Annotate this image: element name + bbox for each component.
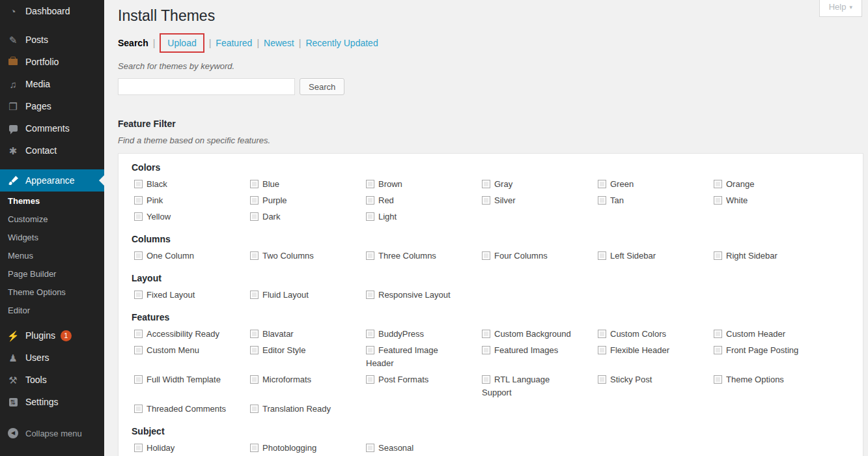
checkbox[interactable] (714, 251, 722, 260)
sidebar-item-users[interactable]: ♟Users (0, 347, 104, 369)
checkbox[interactable] (598, 180, 606, 188)
checkbox[interactable] (250, 375, 259, 384)
sidebar-item-pages[interactable]: ❐Pages (0, 95, 104, 117)
help-tab[interactable]: Help ▾ (819, 0, 862, 17)
submenu-item-customize[interactable]: Customize (0, 210, 104, 228)
filter-option-seasonal[interactable]: Seasonal (366, 442, 458, 455)
filter-option-microformats[interactable]: Microformats (250, 373, 343, 399)
filter-option-front-page-posting[interactable]: Front Page Posting (714, 344, 806, 370)
checkbox[interactable] (366, 251, 374, 260)
checkbox[interactable] (482, 346, 490, 354)
filter-option-silver[interactable]: Silver (482, 194, 574, 207)
checkbox[interactable] (598, 330, 606, 338)
filter-option-two-columns[interactable]: Two Columns (250, 249, 343, 263)
checkbox[interactable] (366, 180, 374, 188)
filter-option-theme-options[interactable]: Theme Options (714, 373, 806, 399)
sidebar-item-media[interactable]: ♫Media (0, 73, 104, 95)
filter-option-pink[interactable]: Pink (134, 194, 227, 207)
submenu-item-page-builder[interactable]: Page Builder (0, 264, 104, 283)
filter-option-responsive-layout[interactable]: Responsive Layout (366, 289, 458, 302)
tab-recently-updated[interactable]: Recently Updated (305, 38, 378, 48)
filter-option-three-columns[interactable]: Three Columns (366, 249, 458, 263)
filter-option-custom-background[interactable]: Custom Background (482, 328, 574, 341)
filter-option-custom-header[interactable]: Custom Header (714, 328, 806, 341)
checkbox[interactable] (714, 375, 722, 384)
checkbox[interactable] (482, 180, 490, 188)
checkbox[interactable] (714, 330, 722, 338)
checkbox[interactable] (482, 196, 490, 205)
checkbox[interactable] (134, 405, 143, 413)
checkbox[interactable] (598, 196, 606, 205)
filter-option-black[interactable]: Black (134, 178, 227, 191)
checkbox[interactable] (250, 405, 259, 413)
submenu-item-themes[interactable]: Themes (0, 192, 104, 210)
filter-option-blue[interactable]: Blue (250, 178, 343, 191)
submenu-item-theme-options[interactable]: Theme Options (0, 283, 104, 301)
filter-option-green[interactable]: Green (598, 178, 690, 191)
tab-upload[interactable]: Upload (167, 38, 196, 48)
filter-option-holiday[interactable]: Holiday (134, 442, 227, 455)
filter-option-four-columns[interactable]: Four Columns (482, 249, 574, 263)
checkbox[interactable] (250, 444, 259, 452)
filter-option-post-formats[interactable]: Post Formats (366, 373, 458, 399)
filter-option-purple[interactable]: Purple (250, 194, 343, 207)
filter-option-right-sidebar[interactable]: Right Sidebar (714, 249, 806, 263)
filter-option-custom-colors[interactable]: Custom Colors (598, 328, 690, 341)
tab-featured[interactable]: Featured (216, 38, 252, 48)
checkbox[interactable] (714, 346, 722, 354)
checkbox[interactable] (598, 375, 606, 384)
sidebar-item-plugins[interactable]: ⚡Plugins1 (0, 324, 104, 347)
checkbox[interactable] (134, 330, 143, 338)
sidebar-item-tools[interactable]: ⚒Tools (0, 369, 104, 391)
checkbox[interactable] (482, 375, 490, 384)
filter-option-left-sidebar[interactable]: Left Sidebar (598, 249, 690, 263)
sidebar-item-portfolio[interactable]: Portfolio (0, 51, 104, 73)
filter-option-threaded-comments[interactable]: Threaded Comments (134, 403, 227, 416)
sidebar-item-collapse-menu[interactable]: ◀Collapse menu (0, 422, 104, 444)
checkbox[interactable] (366, 212, 374, 221)
submenu-item-widgets[interactable]: Widgets (0, 228, 104, 246)
checkbox[interactable] (250, 330, 259, 338)
checkbox[interactable] (366, 444, 374, 452)
filter-option-full-width-template[interactable]: Full Width Template (134, 373, 227, 399)
checkbox[interactable] (366, 291, 374, 299)
checkbox[interactable] (134, 212, 143, 221)
checkbox[interactable] (134, 180, 143, 188)
sidebar-item-appearance[interactable]: Appearance (0, 169, 104, 192)
filter-option-brown[interactable]: Brown (366, 178, 458, 191)
filter-option-featured-images[interactable]: Featured Images (482, 344, 574, 370)
filter-option-accessibility-ready[interactable]: Accessibility Ready (134, 328, 227, 341)
filter-option-custom-menu[interactable]: Custom Menu (134, 344, 227, 370)
checkbox[interactable] (250, 196, 259, 205)
checkbox[interactable] (134, 251, 143, 260)
sidebar-item-comments[interactable]: Comments (0, 117, 104, 139)
checkbox[interactable] (134, 375, 143, 384)
checkbox[interactable] (714, 180, 722, 188)
tab-search[interactable]: Search (118, 38, 148, 48)
filter-option-white[interactable]: White (714, 194, 806, 207)
sidebar-item-dashboard[interactable]: ◔Dashboard (0, 0, 104, 22)
checkbox[interactable] (250, 180, 259, 188)
checkbox[interactable] (366, 330, 374, 338)
checkbox[interactable] (250, 251, 259, 260)
checkbox[interactable] (134, 196, 143, 205)
checkbox[interactable] (482, 251, 490, 260)
theme-search-input[interactable] (118, 78, 295, 95)
filter-option-light[interactable]: Light (366, 210, 458, 223)
checkbox[interactable] (250, 212, 259, 221)
filter-option-photoblogging[interactable]: Photoblogging (250, 442, 343, 455)
filter-option-flexible-header[interactable]: Flexible Header (598, 344, 690, 370)
sidebar-item-contact[interactable]: ✱Contact (0, 139, 104, 162)
tab-newest[interactable]: Newest (264, 38, 294, 48)
filter-option-rtl-language-support[interactable]: RTL Language Support (482, 373, 574, 399)
filter-option-tan[interactable]: Tan (598, 194, 690, 207)
filter-option-translation-ready[interactable]: Translation Ready (250, 403, 343, 416)
checkbox[interactable] (482, 330, 490, 338)
sidebar-item-posts[interactable]: ✎Posts (0, 29, 104, 51)
checkbox[interactable] (134, 346, 143, 354)
filter-option-fixed-layout[interactable]: Fixed Layout (134, 289, 227, 302)
sidebar-item-settings[interactable]: ⇅Settings (0, 391, 104, 413)
checkbox[interactable] (366, 346, 374, 354)
filter-option-editor-style[interactable]: Editor Style (250, 344, 343, 370)
checkbox[interactable] (250, 346, 259, 354)
